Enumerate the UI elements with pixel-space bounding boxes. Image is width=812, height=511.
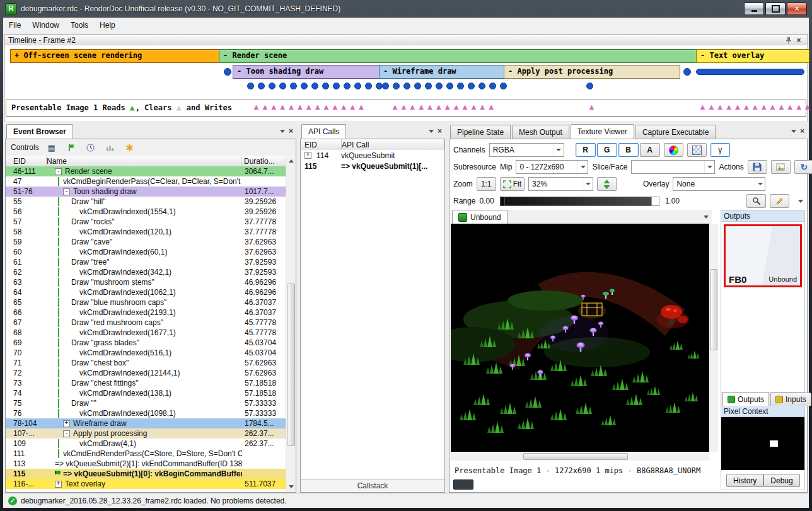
write-marker[interactable]: ▲ [725, 102, 734, 112]
column-eid[interactable]: EID [301, 139, 342, 150]
close-button[interactable]: × [787, 3, 807, 15]
event-row[interactable]: 115=> vkQueueSubmit(1)[0]: vkBeginComman… [6, 469, 286, 479]
sliceface-combo[interactable] [631, 160, 715, 174]
event-dot[interactable] [382, 83, 389, 89]
write-marker[interactable]: ▲ [417, 102, 426, 112]
expand-toggle[interactable]: + [63, 420, 70, 427]
expand-toggle[interactable]: + [55, 481, 62, 488]
event-dot[interactable] [322, 83, 329, 89]
close-panel-icon[interactable]: × [794, 36, 804, 45]
range-handle-right[interactable] [651, 197, 659, 206]
event-row[interactable]: 46-111-Render scene3064.7... [6, 166, 286, 176]
channel-g-button[interactable]: G [597, 143, 617, 157]
chevron-down-icon[interactable] [791, 130, 796, 135]
write-marker[interactable]: ▲ [270, 102, 279, 112]
event-row[interactable]: 116-...+Text overlay511.7037 [6, 479, 286, 489]
scroll-thumb[interactable] [523, 453, 628, 460]
overflow-chevron-icon[interactable] [798, 200, 803, 205]
close-icon[interactable]: × [800, 127, 804, 135]
write-marker[interactable]: ▲ [742, 102, 751, 112]
close-icon[interactable]: × [289, 127, 293, 135]
event-dot[interactable] [279, 83, 286, 89]
timeline-section[interactable]: - Toon shading draw [233, 65, 383, 79]
event-row[interactable]: 55Draw "hill"39.25926 [6, 197, 286, 207]
texture-vertical-scrollbar[interactable] [710, 224, 718, 452]
minimize-button[interactable] [744, 3, 764, 15]
save-button[interactable] [748, 160, 767, 174]
event-row[interactable]: 61Draw "tree"37.92593 [6, 257, 286, 267]
menu-file[interactable]: File [3, 18, 26, 33]
event-dot[interactable] [344, 83, 351, 89]
maximize-button[interactable] [765, 3, 786, 15]
write-marker[interactable]: ▲ [707, 102, 716, 112]
tab-mesh-output[interactable]: Mesh Output [512, 125, 569, 139]
pin-icon[interactable] [784, 36, 794, 45]
chart-icon[interactable] [103, 141, 117, 154]
write-marker[interactable]: ▲ [443, 102, 452, 112]
scroll-down-icon[interactable] [286, 483, 296, 492]
mip-combo[interactable]: 0 - 1272x690 [516, 160, 588, 174]
collapsed-events-bar[interactable] [696, 69, 804, 75]
event-row[interactable]: 68vkCmdDrawIndexed(1677,1)45.77778 [6, 328, 286, 338]
timeline-section[interactable]: + Off-screen scene rendering [10, 49, 221, 63]
chevron-down-icon[interactable] [280, 130, 285, 135]
grid-icon[interactable]: ▦ [45, 141, 59, 154]
event-row[interactable]: 47vkCmdBeginRenderPass(C=Clear, D=Clear,… [6, 176, 286, 187]
tab-api-calls[interactable]: API Calls [301, 124, 346, 139]
write-marker[interactable]: ▲ [452, 102, 461, 112]
event-row[interactable]: 113=> vkQueueSubmit(2)[1]: vkEndCommandB… [6, 459, 286, 469]
event-row[interactable]: 73Draw "chest fittings"57.18518 [6, 378, 286, 388]
api-call-row[interactable]: 115=> vkQueueSubmit(1)[... [301, 161, 444, 171]
scroll-thumb[interactable] [710, 269, 717, 350]
refresh-button[interactable]: ↻ [794, 160, 812, 174]
event-row[interactable]: 107-...-Apply post processing262.37... [6, 428, 286, 439]
column-eid[interactable]: EID [6, 156, 47, 166]
event-row[interactable]: 69Draw "grass blades"45.03704 [6, 338, 286, 348]
channels-combo[interactable]: RGBA [489, 143, 564, 157]
event-dot[interactable] [258, 83, 265, 89]
event-dot[interactable] [478, 83, 485, 89]
event-row[interactable]: 109vkCmdDraw(4,1)262.37... [6, 439, 286, 449]
alpha-checker-button[interactable] [687, 143, 707, 157]
history-button[interactable]: History [726, 474, 763, 487]
write-marker[interactable]: ▲ [261, 102, 270, 112]
event-row[interactable]: 66vkCmdDrawIndexed(2193,1)46.37037 [6, 307, 286, 318]
write-marker[interactable]: ▲ [795, 102, 804, 112]
column-name[interactable]: Name [47, 156, 241, 166]
event-dot[interactable] [393, 83, 400, 89]
tab-inputs[interactable]: Inputs [770, 393, 811, 406]
timeline-section[interactable]: - Text overlay [696, 49, 809, 63]
event-dot[interactable] [425, 83, 432, 89]
expand-toggle[interactable]: - [55, 168, 62, 175]
texture-horizontal-scrollbar[interactable] [451, 452, 709, 461]
event-row[interactable]: 58vkCmdDrawIndexed(120,1)37.77778 [6, 227, 286, 237]
channel-b-button[interactable]: B [618, 143, 639, 157]
event-dot[interactable] [403, 83, 410, 89]
event-row[interactable]: 57Draw "rocks"37.77778 [6, 217, 286, 227]
event-dot[interactable] [586, 83, 593, 89]
event-row[interactable]: 72vkCmdDrawIndexed(12144,1)57.62963 [6, 368, 286, 378]
channel-a-button[interactable]: A [640, 143, 660, 157]
scroll-up-icon[interactable] [286, 156, 296, 165]
write-marker[interactable]: ▲ [279, 102, 287, 112]
write-marker[interactable]: ▲ [804, 102, 812, 112]
event-dot[interactable] [500, 83, 507, 89]
timeline-section[interactable]: - Render scene [219, 49, 699, 63]
write-marker[interactable]: ▲ [331, 102, 340, 112]
clock-icon[interactable] [84, 141, 98, 154]
event-row[interactable]: 60vkCmdDrawIndexed(60,1)37.62963 [6, 247, 286, 257]
event-row[interactable]: 71Draw "chest box"57.62963 [6, 358, 286, 368]
write-marker[interactable]: ▲ [400, 102, 409, 112]
fb0-thumbnail[interactable]: FB0 Unbound [724, 224, 802, 287]
event-row[interactable]: 63Draw "mushroom stems"46.96296 [6, 277, 286, 287]
event-row[interactable]: 111vkCmdEndRenderPass(C=Store, D=Store, … [6, 449, 286, 459]
event-row[interactable]: 76vkCmdDrawIndexed(1098,1)57.33333 [6, 408, 286, 418]
event-dot[interactable] [414, 83, 421, 89]
zoom-combo[interactable]: 32% [528, 177, 593, 191]
event-row[interactable]: 75Draw ""57.33333 [6, 398, 286, 408]
write-marker[interactable]: ▲ [434, 102, 443, 112]
column-duration[interactable]: Duratio... [241, 156, 286, 166]
star-icon[interactable] [123, 141, 137, 154]
texture-canvas[interactable] [451, 224, 709, 452]
range-handle-left[interactable] [500, 197, 505, 206]
